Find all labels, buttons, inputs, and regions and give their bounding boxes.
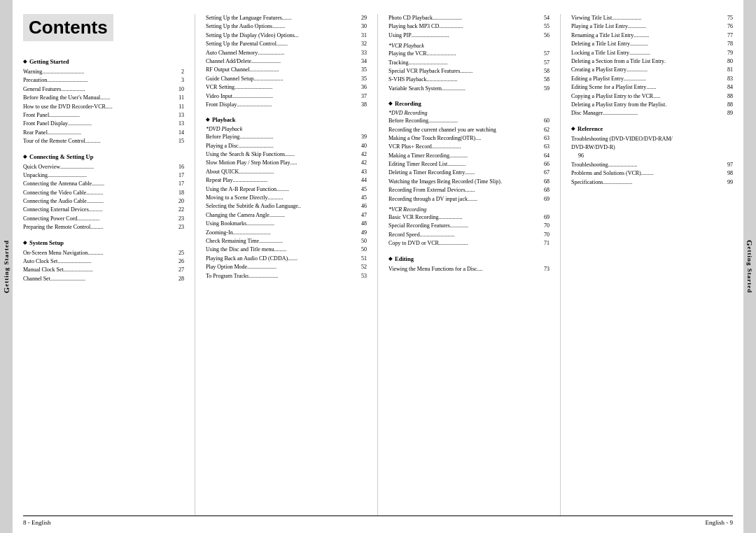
list-item: Special VCR Playback Features .........5… [388, 67, 550, 76]
list-item: Playing a Disc .........................… [206, 142, 367, 150]
list-item: Watching the Images Being Recorded (Time… [388, 178, 550, 186]
list-item: Copying a Playlist Entry to the VCR ....… [571, 92, 733, 101]
subsection-dvd-recording: *DVD Recording [388, 110, 550, 116]
list-item: Setting Up the Language Features .......… [206, 14, 367, 22]
list-item: Setting Up the Parental Control ........… [206, 40, 367, 48]
side-tab-right-g-letter: G [746, 240, 754, 247]
list-item: Playing the VCR .....................57 [388, 50, 550, 58]
list-item: Rear Panel ........................14 [23, 129, 184, 137]
list-item: Unpacking ............................17 [23, 171, 184, 180]
list-item: About QUICK .........................43 [206, 168, 367, 176]
side-tab-left-text: Getting Started [2, 240, 10, 293]
list-item: Before Recording .....................60 [388, 117, 550, 125]
list-item: Repeat Play .........................44 [206, 176, 367, 185]
list-item: Troubleshooting (DVD-VIDEO/DVD-RAM/DVD-R… [571, 135, 733, 161]
list-item: On-Screen Menu Navigation ...........25 [23, 249, 184, 257]
list-item: VCR Setting ...........................3… [206, 83, 367, 92]
list-item: Editing a Playlist Entry ...............… [571, 75, 733, 83]
list-item: Recording From External Devices .......6… [388, 186, 550, 194]
side-tab-left: Getting Started [0, 0, 13, 533]
list-item: Before Reading the User's Manual .......… [23, 94, 184, 102]
list-item: Moving to a Scene Directly ...........45 [206, 194, 367, 202]
list-item: Recording the current channel you are wa… [388, 126, 550, 134]
side-tab-right-text: Getting Started [746, 240, 754, 293]
list-item: Deleting a Title List Entry ............… [571, 40, 733, 48]
section-connecting: Connecting & Setting Up [23, 153, 184, 160]
list-item: Tracking ............................57 [388, 59, 550, 67]
list-item: Zooming-In ...........................49 [206, 229, 367, 237]
list-item: Making a Timer Recording .............64 [388, 152, 550, 160]
footer-left: 8 - English [23, 519, 51, 526]
column-2: Setting Up the Language Features .......… [206, 14, 367, 516]
list-item: Deleting a Playlist Entry from the Playl… [571, 101, 733, 109]
list-item: Front Panel ......................13 [23, 111, 184, 120]
list-item: Precaution .............................… [23, 76, 184, 85]
list-item: Using Bookmarks ....................48 [206, 220, 367, 228]
list-item: How to use the DVD Recorder-VCR .....11 [23, 103, 184, 111]
list-item: Making a One Touch Recording(OTR) ....63 [388, 134, 550, 143]
list-item: Connecting Power Cord ................23 [23, 215, 184, 223]
col-divider-1 [195, 14, 195, 516]
list-item: Disc Manager .........................89 [571, 109, 733, 118]
list-item: Record Speed .........................70 [388, 231, 550, 239]
list-item: Front Panel Display .................13 [23, 120, 184, 128]
list-item: Special Recording Features .............… [388, 222, 550, 230]
list-item: Editing Timer Record List .............6… [388, 160, 550, 169]
col-divider-3 [560, 14, 561, 516]
list-item: Basic VCR Recording .................69 [388, 213, 550, 222]
section-editing: Editing [388, 255, 550, 262]
list-item: Creating a Playlist Entry ..............… [571, 66, 733, 74]
list-item: Warning ..............................2 [23, 68, 184, 76]
list-item: Using PIP ...........................56 [388, 31, 550, 40]
list-item: To Program Tracks .....................5… [206, 272, 367, 280]
list-item: Before Playing ........................3… [206, 133, 367, 141]
list-item: Setting Up the Display (Video) Options .… [206, 31, 367, 40]
list-item: Quick Overview ........................1… [23, 163, 184, 171]
list-item: Using the A-B Repeat Function .........4… [206, 185, 367, 194]
subsection-vcr-recording: *VCR Recording [388, 206, 550, 213]
page-body: Contents Getting Started Warning .......… [23, 14, 733, 516]
list-item: Specifications .....................99 [571, 178, 733, 187]
column-1: Contents Getting Started Warning .......… [23, 14, 184, 516]
section-getting-started: Getting Started [23, 58, 184, 65]
list-item: Renaming a Title List Entry ...........7… [571, 31, 733, 40]
subsection-dvd-playback: *DVD Playback [206, 126, 367, 132]
footer: 8 - English English - 9 [23, 516, 733, 526]
list-item: Variable Search System .................… [388, 85, 550, 93]
list-item: Playing back MP3 CD .................55 [388, 22, 550, 31]
list-item: Photo CD Playback .....................5… [388, 14, 550, 22]
list-item: Setting Up the Audio Options .........30 [206, 22, 367, 31]
list-item: Editing Scene for a Playlist Entry .....… [571, 83, 733, 92]
list-item: Deleting a Section from a Title List Ent… [571, 57, 733, 66]
main-content: Contents Getting Started Warning .......… [13, 0, 743, 533]
section-playback: Playback [206, 116, 367, 123]
list-item: Check Remaining Time .................50 [206, 237, 367, 246]
list-item: Selecting the Subtitle & Audio Language … [206, 202, 367, 211]
list-item: Playing a Title List Entry .............… [571, 22, 733, 31]
list-item: Channel Set .........................28 [23, 275, 184, 283]
col-divider-2 [377, 14, 378, 516]
side-tab-g-letter: G [2, 287, 10, 294]
list-item: General Features .................10 [23, 85, 184, 94]
list-item: S-VHS Playback ......................58 [388, 76, 550, 84]
footer-right: English - 9 [706, 519, 734, 526]
side-tab-right: Getting Started [743, 0, 756, 533]
list-item: Viewing the Menu Functions for a Disc ..… [388, 265, 550, 273]
list-item: Preparing the Remote Control .........23 [23, 223, 184, 232]
list-item: Deleting a Timer Recording Entry .......… [388, 169, 550, 177]
list-item: Video Input ............................… [206, 92, 367, 101]
list-item: RF Output Channel .....................3… [206, 66, 367, 74]
list-item: Connecting the Audio Cable ............2… [23, 197, 184, 206]
list-item: Copy to DVD or VCR .....................… [388, 239, 550, 248]
list-item: Tour of the Remote Control ...........15 [23, 137, 184, 145]
list-item: Recording through a DV input jack ......… [388, 195, 550, 204]
list-item: Slow Motion Play / Step Motion Play ....… [206, 159, 367, 167]
list-item: Viewing Title List .....................… [571, 14, 733, 22]
list-item: Changing the Camera Angle ...........47 [206, 211, 367, 220]
list-item: Play Option Mode .....................52 [206, 263, 367, 271]
column-3: Photo CD Playback .....................5… [388, 14, 550, 516]
list-item: Manual Clock Set .....................27 [23, 266, 184, 274]
list-item: Guide Channel Setup ....................… [206, 75, 367, 83]
section-reference: Reference [571, 125, 733, 132]
list-item: VCR Plus+ Record .....................63 [388, 143, 550, 151]
